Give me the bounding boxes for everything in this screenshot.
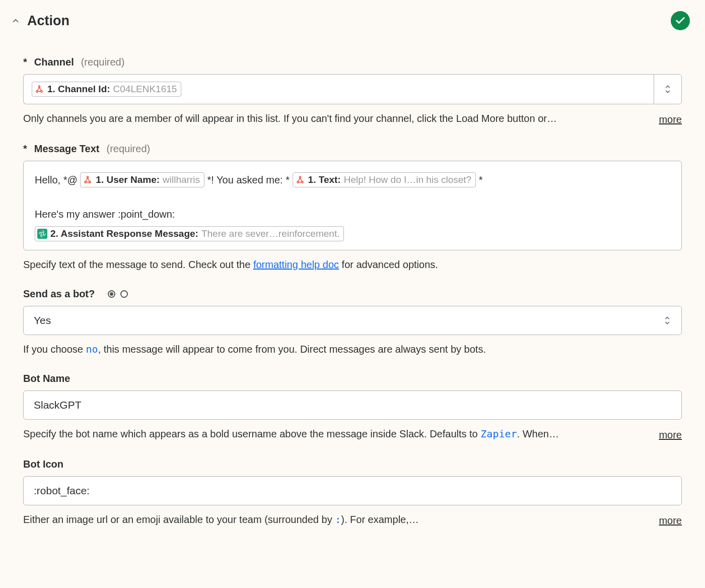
message-input[interactable]: Hello, *@ 1. User Name: willharris *! Yo… <box>23 161 682 250</box>
channel-hint: Only channels you are a member of will a… <box>23 111 644 126</box>
message-section: * Message Text (required) Hello, *@ 1. U… <box>0 143 705 272</box>
send-as-bot-radio-no[interactable] <box>120 290 128 298</box>
required-star: * <box>23 56 27 68</box>
bot-icon-input[interactable]: :robot_face: <box>23 476 682 505</box>
webhooks-icon <box>34 84 44 94</box>
openai-icon <box>37 229 47 239</box>
webhooks-icon <box>295 175 305 185</box>
bot-icon-section: Bot Icon :robot_face: Either an image ur… <box>0 459 705 528</box>
assistant-response-pill[interactable]: 2. Assistant Response Message: There are… <box>35 226 344 241</box>
bot-name-label: Bot Name <box>23 373 70 384</box>
message-label: Message Text <box>34 143 100 155</box>
send-as-bot-radio-yes[interactable] <box>108 290 115 298</box>
required-text: (required) <box>81 56 125 68</box>
channel-select[interactable]: 1. Channel Id: C04LENK1615 <box>23 74 654 104</box>
user-name-pill[interactable]: 1. User Name: willharris <box>80 172 204 187</box>
send-as-bot-hint: If you choose no, this message will appe… <box>23 342 682 357</box>
channel-pill-label: 1. Channel Id: <box>47 84 110 95</box>
webhooks-icon <box>83 175 93 185</box>
section-title: Action <box>27 13 69 29</box>
channel-pill[interactable]: 1. Channel Id: C04LENK1615 <box>32 82 181 97</box>
bot-name-hint: Specify the bot name which appears as a … <box>23 427 644 441</box>
formatting-help-link[interactable]: formatting help doc <box>253 259 339 270</box>
required-text: (required) <box>106 143 150 155</box>
send-as-bot-label: Send as a bot? <box>23 288 95 300</box>
send-as-bot-select[interactable]: Yes <box>23 306 682 335</box>
status-complete-icon <box>671 11 690 30</box>
bot-icon-more-link[interactable]: more <box>659 513 682 528</box>
bot-icon-label: Bot Icon <box>23 459 63 470</box>
collapse-chevron-icon[interactable] <box>11 16 20 25</box>
channel-select-toggle[interactable] <box>654 74 682 104</box>
send-as-bot-section: Send as a bot? Yes If you choose no, thi… <box>0 288 705 357</box>
bot-name-more-link[interactable]: more <box>659 428 682 442</box>
bot-name-input[interactable]: SlackGPT <box>23 390 682 420</box>
svg-point-9 <box>41 233 43 235</box>
required-star: * <box>23 143 27 155</box>
action-header: Action <box>0 11 705 40</box>
channel-pill-value: C04LENK1615 <box>113 84 177 95</box>
bot-icon-hint: Either an image url or an emoji availabl… <box>23 512 644 527</box>
bot-name-section: Bot Name SlackGPT Specify the bot name w… <box>0 373 705 442</box>
message-hint: Specify text of the message to send. Che… <box>23 257 682 272</box>
channel-section: * Channel (required) 1. Channel Id: C04L… <box>0 56 705 127</box>
channel-label: Channel <box>34 56 74 68</box>
channel-more-link[interactable]: more <box>659 112 682 127</box>
sort-caret-icon <box>663 315 671 326</box>
text-pill[interactable]: 1. Text: Help! How do I…in his closet? <box>293 172 476 187</box>
